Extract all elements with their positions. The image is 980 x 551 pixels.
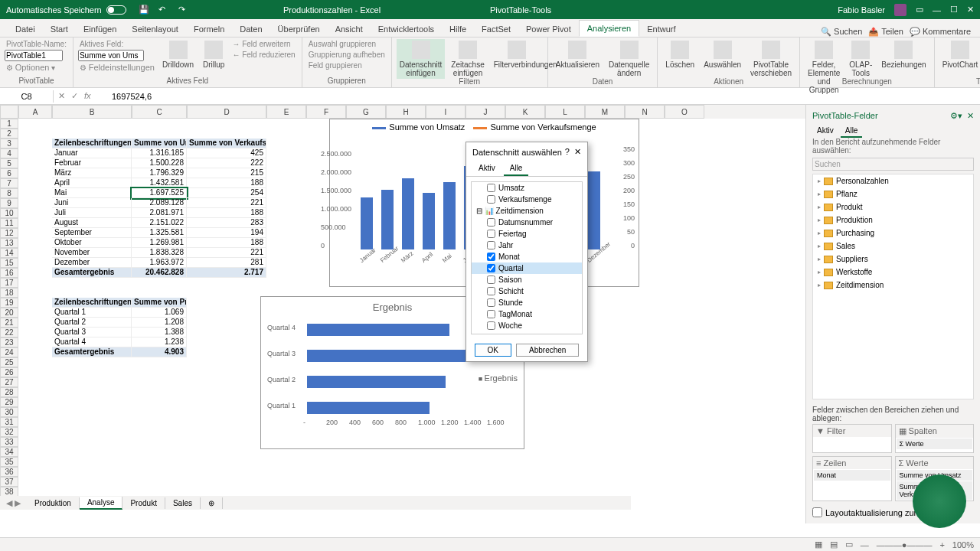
name-box[interactable]: C8 <box>0 90 54 103</box>
gear-icon[interactable]: ⚙▾ <box>950 111 962 120</box>
cell[interactable]: November <box>52 248 132 258</box>
cell[interactable]: 221 <box>187 248 266 258</box>
slicer-item[interactable]: Saison <box>472 274 582 285</box>
comments-tab[interactable]: 💬 Kommentare <box>910 27 971 37</box>
zoom-slider[interactable]: ———●——— <box>877 540 933 549</box>
drilldown-button[interactable]: Drilldown <box>159 39 197 70</box>
cell[interactable]: 1.388 <box>132 328 187 337</box>
cell[interactable]: Juli <box>52 208 132 218</box>
field-table[interactable]: Produktion <box>813 214 973 227</box>
field-table[interactable]: Produkt <box>813 201 973 214</box>
redo-icon[interactable]: ↷ <box>178 5 189 15</box>
field-table[interactable]: Sales <box>813 240 973 253</box>
cell[interactable]: 194 <box>187 228 266 238</box>
cell[interactable]: Zeilenbeschriftungen <box>52 139 132 148</box>
ribbon-options-icon[interactable]: ▭ <box>916 5 923 15</box>
refresh-button[interactable]: Aktualisieren <box>553 39 603 70</box>
pane-close-icon[interactable]: ✕ <box>967 111 974 120</box>
cell[interactable]: Quartal 4 <box>52 337 132 347</box>
cell[interactable]: 4.903 <box>132 347 187 357</box>
cell[interactable]: Juni <box>52 198 132 208</box>
cell[interactable]: 1.796.329 <box>132 168 187 178</box>
field-table[interactable]: Suppliers <box>813 253 973 266</box>
cell[interactable]: Gesamtergebnis <box>52 347 132 357</box>
filter-area[interactable]: ▼ Filter <box>812 424 892 453</box>
slicer-item[interactable]: Schicht <box>472 285 582 297</box>
cell[interactable]: 1.432.581 <box>132 178 187 188</box>
cell[interactable]: Mai <box>52 188 132 198</box>
slicer-item[interactable]: Feiertag <box>472 228 582 240</box>
ribbon-tab-hilfe[interactable]: Hilfe <box>442 21 474 37</box>
field-settings-button[interactable]: ⚙ Feldeinstellungen <box>78 62 156 73</box>
datasource-button[interactable]: Datenquelle ändern <box>606 39 652 79</box>
sheet-tab[interactable]: Analyse <box>80 497 123 510</box>
formula-input[interactable]: 1697524,6 <box>107 90 980 103</box>
cell[interactable]: 2.151.022 <box>132 218 187 228</box>
cell[interactable]: Zeilenbeschriftungen <box>52 298 132 308</box>
slicer-item[interactable]: TagMonat <box>472 308 582 320</box>
ribbon-tab-power pivot[interactable]: Power Pivot <box>518 21 579 37</box>
columns-area[interactable]: ▦ SpaltenΣ Werte <box>895 424 975 453</box>
cell[interactable]: Summe von Produktionsvolumen <box>132 298 187 308</box>
ribbon-tab-entwurf[interactable]: Entwurf <box>639 21 683 37</box>
move-button[interactable]: PivotTable verschieben <box>747 39 795 79</box>
cell[interactable]: 1.316.185 <box>132 148 187 158</box>
pivotchart-button[interactable]: PivotChart <box>939 39 980 70</box>
slicer-item[interactable]: Quartal <box>472 262 582 274</box>
sheet-tab[interactable]: Sales <box>165 497 201 509</box>
insert-timeline-button[interactable]: Zeitachse einfügen <box>448 39 487 79</box>
ribbon-tab-daten[interactable]: Daten <box>232 21 270 37</box>
ribbon-tab-start[interactable]: Start <box>43 21 76 37</box>
slicer-item[interactable]: ⊟ 📊 Zeitdimension <box>472 205 582 217</box>
zoom-level[interactable]: 100% <box>952 540 974 549</box>
cell[interactable]: 1.208 <box>132 318 187 328</box>
maximize-icon[interactable]: ☐ <box>950 5 958 15</box>
autosave-toggle[interactable]: Automatisches Speichern <box>0 5 132 15</box>
fx-ok-icon[interactable]: ✓ <box>71 91 78 101</box>
slicer-item[interactable]: Datumsnummer <box>472 217 582 228</box>
options-button[interactable]: ⚙ Optionen ▾ <box>5 62 68 73</box>
cell[interactable]: Dezember <box>52 258 132 268</box>
active-field-input[interactable] <box>78 50 144 61</box>
fx-cancel-icon[interactable]: ✕ <box>58 91 65 101</box>
olap-button[interactable]: OLAP-Tools <box>846 39 875 79</box>
dialog-close-icon[interactable]: ✕ <box>574 147 581 156</box>
cell[interactable]: 425 <box>187 148 266 158</box>
cell[interactable]: 283 <box>187 218 266 228</box>
cell[interactable]: April <box>52 178 132 188</box>
sheet-tab[interactable]: Produktion <box>27 497 80 509</box>
cell[interactable]: 1.963.972 <box>132 258 187 268</box>
slicer-item[interactable]: Umsatz <box>472 182 582 194</box>
sheet-tab[interactable]: Produkt <box>122 497 165 509</box>
ribbon-tab-datei[interactable]: Datei <box>8 21 43 37</box>
ribbon-tab-analysieren[interactable]: Analysieren <box>579 20 639 37</box>
cell[interactable]: Oktober <box>52 238 132 248</box>
toggle-icon[interactable] <box>106 5 126 15</box>
search-tab[interactable]: 🔍 Suchen <box>821 27 862 37</box>
cell[interactable]: Quartal 2 <box>52 318 132 328</box>
cell[interactable]: September <box>52 228 132 238</box>
ribbon-tab-einfügen[interactable]: Einfügen <box>76 21 124 37</box>
cell[interactable]: 254 <box>187 188 266 198</box>
cell[interactable]: 1.500.228 <box>132 158 187 168</box>
undo-icon[interactable]: ↶ <box>158 5 169 15</box>
cell[interactable]: 281 <box>187 258 266 268</box>
cancel-button[interactable]: Abbrechen <box>516 344 579 357</box>
cell[interactable]: Summe von Verkaufsmenge <box>187 139 266 148</box>
cell[interactable]: Gesamtergebnis <box>52 268 132 278</box>
cell[interactable]: 2.089.128 <box>132 198 187 208</box>
slicer-item[interactable]: Stunde <box>472 297 582 308</box>
ribbon-tab-factset[interactable]: FactSet <box>474 21 518 37</box>
view-break-icon[interactable]: ▭ <box>845 540 853 549</box>
cell[interactable]: 1.838.328 <box>132 248 187 258</box>
field-search-input[interactable]: Suchen <box>812 158 974 171</box>
cell[interactable]: Januar <box>52 148 132 158</box>
dialog-tab-aktiv[interactable]: Aktiv <box>472 161 501 174</box>
cell[interactable]: Summe von Umsatz <box>132 139 187 148</box>
new-sheet-icon[interactable]: ⊕ <box>201 497 223 509</box>
ribbon-tab-ansicht[interactable]: Ansicht <box>328 21 371 37</box>
cell[interactable]: 1.269.981 <box>132 238 187 248</box>
avatar[interactable] <box>894 4 906 16</box>
cell[interactable]: 1.697.525 <box>132 188 187 198</box>
fields-button[interactable]: Felder, Elemente und Gruppen <box>805 39 843 96</box>
